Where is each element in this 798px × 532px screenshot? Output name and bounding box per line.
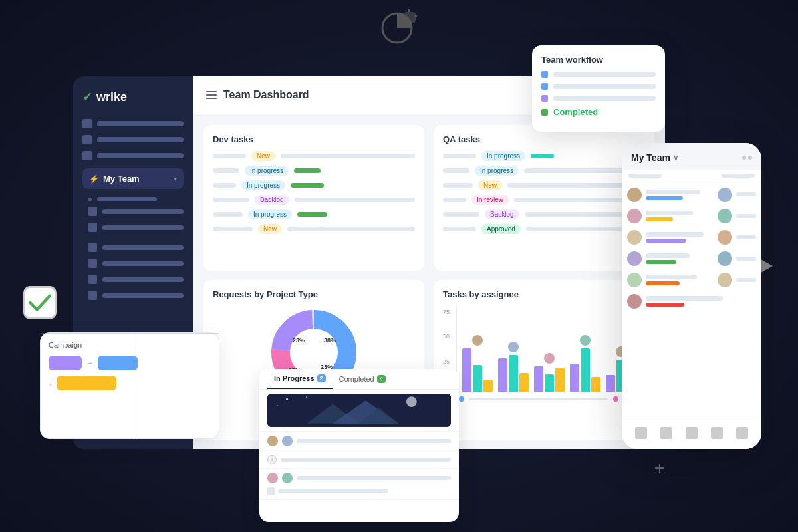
mobile-list-item-3[interactable] xyxy=(627,230,756,245)
workflow-item-1 xyxy=(541,71,656,78)
task-placeholder-6 xyxy=(213,227,253,231)
home-icon xyxy=(82,119,92,128)
logo-check-icon: ✓ xyxy=(82,90,92,104)
mobile-dot-2 xyxy=(748,156,752,160)
dev-tasks-title: Dev tasks xyxy=(213,134,415,144)
tasks-tabs: In Progress 2 Completed 4 xyxy=(259,369,459,390)
flow-node-yellow xyxy=(57,376,116,390)
mobile-name-bar-1 xyxy=(646,190,700,194)
workflow-title: Team workflow xyxy=(541,55,656,65)
tag-inprogress-3: In progress xyxy=(248,209,292,219)
sidebar-sub-section-2[interactable] xyxy=(88,223,184,232)
mobile-right-2 xyxy=(736,214,756,218)
sidebar-sub-section-5[interactable] xyxy=(88,275,184,284)
sidebar-sub-section-1[interactable] xyxy=(88,207,184,216)
task-panel-bar-1 xyxy=(297,439,451,443)
mobile-right-bar-1 xyxy=(736,192,756,198)
tab-completed-label: Completed xyxy=(339,375,374,383)
sidebar-submenu xyxy=(82,197,184,300)
mobile-name-group-5 xyxy=(646,275,714,285)
mobile-name-group-6 xyxy=(646,296,756,307)
mobile-nav-icon-3[interactable] xyxy=(686,427,698,439)
my-team-button[interactable]: ⚡ My Team ▾ xyxy=(82,168,184,189)
mobile-right-bar-2 xyxy=(736,214,756,218)
tab-completed[interactable]: Completed 4 xyxy=(332,369,392,389)
qa-placeholder-1 xyxy=(443,154,476,158)
qa-row-6: Approved xyxy=(443,224,645,234)
svg-point-23 xyxy=(277,405,278,406)
mobile-columns xyxy=(622,170,761,182)
task-row-4: Backlog xyxy=(213,195,415,205)
flow-arrow-2: ↓ xyxy=(49,378,53,388)
chevron-down-icon: ▾ xyxy=(174,175,177,182)
flow-node-blue xyxy=(98,356,138,370)
task-row-1: New xyxy=(213,151,415,161)
mobile-nav-icon-5[interactable] xyxy=(736,427,748,439)
mobile-name-bar-4 xyxy=(646,253,690,258)
bar-purple-3 xyxy=(534,366,543,392)
mobile-name-bar-5 xyxy=(646,275,697,279)
bar-avatar-4 xyxy=(580,335,591,346)
bar-purple-2 xyxy=(498,358,507,392)
sidebar-nav-item-2[interactable] xyxy=(82,135,184,144)
mobile-list-item-5[interactable] xyxy=(627,273,756,287)
folder-icon xyxy=(82,151,92,160)
campaign-grid-line-vertical xyxy=(134,333,134,438)
mobile-status-bar-5 xyxy=(646,281,680,285)
tag-new-1: New xyxy=(251,151,275,161)
qa-placeholder-5 xyxy=(443,212,479,217)
chart-dot-row xyxy=(443,396,645,402)
mobile-status-bar-2 xyxy=(646,217,673,221)
task-panel-bar-3 xyxy=(297,476,451,480)
sub-label-bar xyxy=(97,197,157,201)
bar-teal-2 xyxy=(509,355,518,392)
mobile-list-item-6[interactable] xyxy=(627,294,756,309)
flow-node-purple xyxy=(49,356,82,370)
mobile-nav-icon-2[interactable] xyxy=(660,427,672,439)
mobile-list-item-2[interactable] xyxy=(627,209,756,223)
sidebar-nav-item-3[interactable] xyxy=(82,151,184,160)
ham-line-3 xyxy=(206,98,217,99)
svg-rect-1 xyxy=(404,12,416,23)
nav-label-bar-1 xyxy=(97,121,184,126)
mobile-nav-icon-1[interactable] xyxy=(635,427,647,439)
hamburger-menu-button[interactable] xyxy=(206,91,217,99)
flow-arrow-1: → xyxy=(86,358,94,368)
task-row-3: In progress xyxy=(213,180,415,190)
bar-yellow-3 xyxy=(555,368,565,392)
workflow-dot-blue xyxy=(541,71,548,78)
mobile-col-spacer xyxy=(666,174,718,178)
section-label-bar-1 xyxy=(102,209,184,214)
mobile-list-item-4[interactable] xyxy=(627,251,756,266)
sidebar-nav-item-1[interactable] xyxy=(82,119,184,128)
section-icon-4 xyxy=(88,259,97,268)
y-label-75: 75 xyxy=(443,309,456,315)
workflow-popup: Team workflow Completed xyxy=(532,45,665,132)
tab-completed-badge: 4 xyxy=(377,375,386,383)
mobile-panel: My Team ∨ xyxy=(622,143,761,449)
mobile-list-item-1[interactable] xyxy=(627,188,756,202)
mobile-nav-icon-4[interactable] xyxy=(711,427,723,439)
sub-dot-icon xyxy=(88,198,92,201)
task-panel-item-2 xyxy=(259,432,459,451)
sidebar-sub-item-1[interactable] xyxy=(88,197,184,201)
sidebar-sub-section-4[interactable] xyxy=(88,259,184,268)
mobile-name-group-4 xyxy=(646,253,714,264)
bar-yellow-2 xyxy=(519,373,529,392)
mobile-status-bar-6 xyxy=(646,303,684,307)
mobile-dot-1 xyxy=(742,156,746,160)
tab-inprogress-badge: 2 xyxy=(317,374,326,382)
bar-col-2 xyxy=(498,342,529,392)
sidebar-sub-section-6[interactable] xyxy=(88,291,184,300)
task-panel-item-3: + xyxy=(259,451,459,469)
bar-col-1 xyxy=(462,335,493,392)
task-mini-avatar-4 xyxy=(282,473,293,483)
task-bar-1 xyxy=(281,154,415,158)
sidebar-sub-section-3[interactable] xyxy=(88,243,184,252)
chart-dot-blue xyxy=(459,396,464,402)
lightning-icon: ⚡ xyxy=(89,174,99,184)
tab-inprogress[interactable]: In Progress 2 xyxy=(267,369,332,389)
svg-text:38%: 38% xyxy=(324,337,336,344)
dashboard-title: Team Dashboard xyxy=(223,89,309,101)
workflow-item-3 xyxy=(541,95,656,102)
